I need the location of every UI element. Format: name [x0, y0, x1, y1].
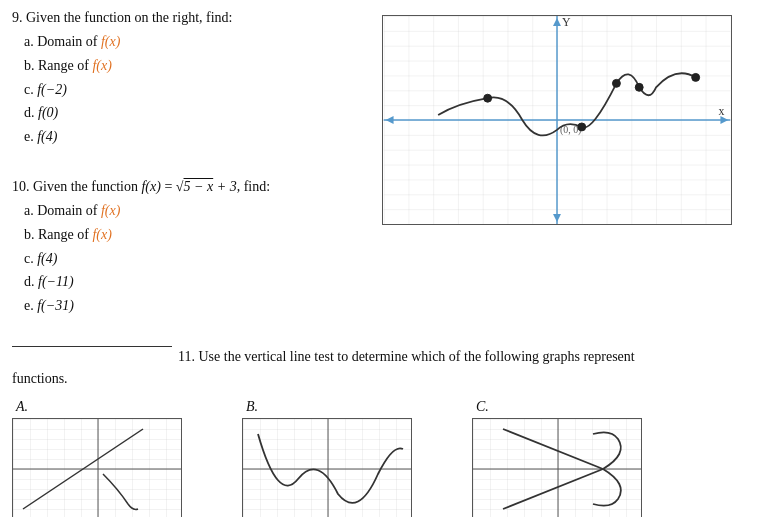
graph-b-svg	[243, 419, 412, 517]
q10-d: d. f(−11)	[24, 270, 372, 294]
q10-b: b. Range of f(x)	[24, 223, 372, 247]
q10-a: a. Domain of f(x)	[24, 199, 372, 223]
graph-b	[242, 418, 412, 517]
main-container: 9. Given the function on the right, find…	[12, 10, 746, 336]
question-10-block: 10. Given the function f(x) = √5 − x + 3…	[12, 179, 372, 318]
svg-point-12	[612, 79, 620, 87]
q9-graph-svg: Y x (0, 0)	[383, 16, 731, 224]
q9-b: b. Range of f(x)	[24, 54, 372, 78]
graph-a-label: A.	[16, 399, 28, 415]
q9-d: d. f(0)	[24, 101, 372, 125]
q9-title: 9. Given the function on the right, find…	[12, 10, 372, 26]
graph-a-svg	[13, 419, 182, 517]
graph-c	[472, 418, 642, 517]
q9-a: a. Domain of f(x)	[24, 30, 372, 54]
svg-point-13	[635, 83, 643, 91]
graph-c-label: C.	[476, 399, 489, 415]
q9-number: 9.	[12, 10, 23, 25]
q9-graph: Y x (0, 0)	[382, 15, 732, 225]
svg-text:x: x	[718, 104, 724, 118]
q10-title: 10. Given the function f(x) = √5 − x + 3…	[12, 179, 372, 195]
q11-functions: functions.	[12, 371, 746, 387]
graph-a-container: A.	[12, 399, 182, 517]
graphs-row: A.	[12, 399, 746, 517]
graph-c-svg	[473, 419, 642, 517]
q9-a-fx: f(x)	[101, 34, 120, 49]
graph-b-container: B.	[242, 399, 412, 517]
graph-c-container: C.	[472, 399, 642, 517]
q9-c: c. f(−2)	[24, 78, 372, 102]
q9-e: e. f(4)	[24, 125, 372, 149]
q10-a-fx: f(x)	[101, 203, 120, 218]
svg-point-11	[578, 123, 586, 131]
q10-e: e. f(−31)	[24, 294, 372, 318]
svg-text:Y: Y	[562, 16, 571, 29]
q10-c: c. f(4)	[24, 247, 372, 271]
q10-b-fx: f(x)	[92, 227, 111, 242]
svg-point-10	[484, 94, 492, 102]
left-panel: 9. Given the function on the right, find…	[12, 10, 382, 336]
graph-a	[12, 418, 182, 517]
q11-text: 11. Use the vertical line test to determ…	[178, 346, 635, 367]
graph-b-label: B.	[246, 399, 258, 415]
q9-b-fx: f(x)	[92, 58, 111, 73]
q11-underline	[12, 346, 172, 347]
q11-line: 11. Use the vertical line test to determ…	[12, 346, 746, 367]
q9-title-text: Given the function on the right, find:	[26, 10, 232, 25]
svg-point-14	[692, 73, 700, 81]
right-panel: Y x (0, 0)	[382, 10, 746, 336]
question-9-block: 9. Given the function on the right, find…	[12, 10, 372, 149]
bottom-section: 11. Use the vertical line test to determ…	[12, 346, 746, 517]
